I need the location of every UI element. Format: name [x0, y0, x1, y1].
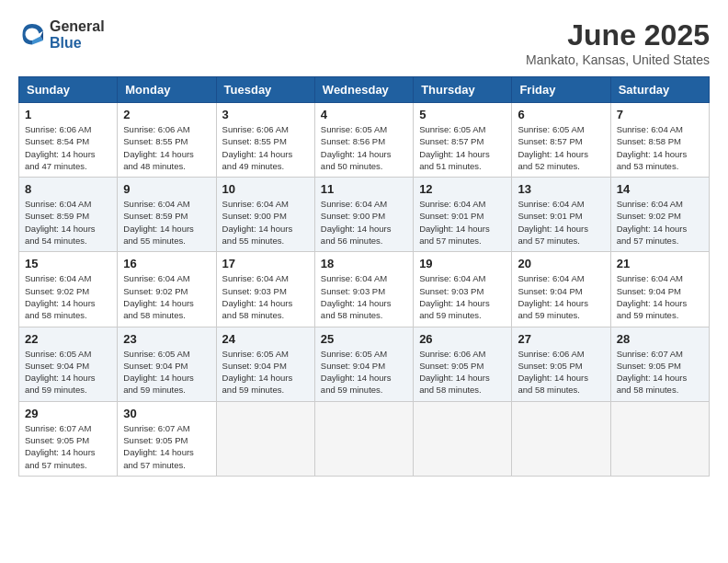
- logo: General Blue: [18, 18, 105, 51]
- table-row: 13Sunrise: 6:04 AMSunset: 9:01 PMDayligh…: [512, 178, 610, 252]
- month-title: June 2025: [526, 18, 710, 52]
- logo-text: General Blue: [50, 18, 105, 51]
- title-area: June 2025 Mankato, Kansas, United States: [526, 18, 710, 67]
- day-detail: Sunrise: 6:07 AMSunset: 9:05 PMDaylight:…: [25, 422, 111, 471]
- day-number: 7: [617, 108, 703, 121]
- day-detail: Sunrise: 6:06 AMSunset: 8:55 PMDaylight:…: [222, 123, 309, 172]
- table-row: 6Sunrise: 6:05 AMSunset: 8:57 PMDaylight…: [512, 103, 610, 178]
- day-number: 1: [25, 108, 111, 121]
- table-row: 22Sunrise: 6:05 AMSunset: 9:04 PMDayligh…: [19, 327, 118, 401]
- day-detail: Sunrise: 6:04 AMSunset: 9:01 PMDaylight:…: [419, 198, 506, 247]
- day-detail: Sunrise: 6:05 AMSunset: 8:57 PMDaylight:…: [419, 123, 506, 172]
- day-detail: Sunrise: 6:06 AMSunset: 8:55 PMDaylight:…: [123, 123, 210, 172]
- day-number: 13: [518, 182, 604, 196]
- table-row: 28Sunrise: 6:07 AMSunset: 9:05 PMDayligh…: [610, 327, 709, 401]
- table-row: 8Sunrise: 6:04 AMSunset: 8:59 PMDaylight…: [19, 178, 118, 252]
- table-row: 24Sunrise: 6:05 AMSunset: 9:04 PMDayligh…: [216, 327, 314, 401]
- day-detail: Sunrise: 6:04 AMSunset: 9:01 PMDaylight:…: [518, 198, 604, 247]
- day-detail: Sunrise: 6:04 AMSunset: 9:00 PMDaylight:…: [321, 198, 407, 247]
- day-detail: Sunrise: 6:04 AMSunset: 9:02 PMDaylight:…: [617, 198, 703, 247]
- table-row: 18Sunrise: 6:04 AMSunset: 9:03 PMDayligh…: [314, 252, 413, 327]
- table-row: 4Sunrise: 6:05 AMSunset: 8:56 PMDaylight…: [314, 103, 413, 178]
- day-number: 6: [518, 108, 604, 121]
- calendar-week-row: 29Sunrise: 6:07 AMSunset: 9:05 PMDayligh…: [19, 401, 710, 476]
- table-row: [314, 401, 413, 476]
- weekday-header-monday: Monday: [118, 77, 216, 103]
- logo-blue-text: Blue: [50, 35, 105, 52]
- table-row: 15Sunrise: 6:04 AMSunset: 9:02 PMDayligh…: [19, 252, 118, 327]
- table-row: 10Sunrise: 6:04 AMSunset: 9:00 PMDayligh…: [216, 178, 314, 252]
- day-detail: Sunrise: 6:04 AMSunset: 9:03 PMDaylight:…: [321, 272, 407, 321]
- table-row: 17Sunrise: 6:04 AMSunset: 9:03 PMDayligh…: [216, 252, 314, 327]
- day-detail: Sunrise: 6:04 AMSunset: 9:04 PMDaylight:…: [617, 272, 703, 321]
- day-detail: Sunrise: 6:07 AMSunset: 9:05 PMDaylight:…: [123, 422, 210, 471]
- day-number: 12: [419, 182, 506, 196]
- table-row: 29Sunrise: 6:07 AMSunset: 9:05 PMDayligh…: [19, 401, 118, 476]
- day-detail: Sunrise: 6:04 AMSunset: 9:03 PMDaylight:…: [419, 272, 506, 321]
- table-row: 11Sunrise: 6:04 AMSunset: 9:00 PMDayligh…: [314, 178, 413, 252]
- day-detail: Sunrise: 6:04 AMSunset: 8:59 PMDaylight:…: [123, 198, 210, 247]
- day-number: 2: [123, 108, 210, 121]
- table-row: 9Sunrise: 6:04 AMSunset: 8:59 PMDaylight…: [118, 178, 216, 252]
- day-detail: Sunrise: 6:05 AMSunset: 9:04 PMDaylight:…: [222, 348, 309, 396]
- day-number: 28: [617, 332, 703, 346]
- day-number: 29: [25, 407, 111, 420]
- table-row: [216, 401, 314, 476]
- day-number: 26: [419, 332, 506, 346]
- day-number: 19: [419, 257, 506, 270]
- weekday-header-saturday: Saturday: [610, 77, 709, 103]
- day-detail: Sunrise: 6:06 AMSunset: 9:05 PMDaylight:…: [419, 348, 506, 396]
- table-row: 21Sunrise: 6:04 AMSunset: 9:04 PMDayligh…: [610, 252, 709, 327]
- table-row: 1Sunrise: 6:06 AMSunset: 8:54 PMDaylight…: [19, 103, 118, 178]
- calendar: SundayMondayTuesdayWednesdayThursdayFrid…: [18, 76, 710, 477]
- day-detail: Sunrise: 6:04 AMSunset: 8:58 PMDaylight:…: [617, 123, 703, 172]
- table-row: 5Sunrise: 6:05 AMSunset: 8:57 PMDaylight…: [414, 103, 512, 178]
- day-number: 30: [123, 407, 210, 420]
- calendar-week-row: 8Sunrise: 6:04 AMSunset: 8:59 PMDaylight…: [19, 178, 710, 252]
- day-detail: Sunrise: 6:04 AMSunset: 9:03 PMDaylight:…: [222, 272, 309, 321]
- table-row: 25Sunrise: 6:05 AMSunset: 9:04 PMDayligh…: [314, 327, 413, 401]
- day-detail: Sunrise: 6:04 AMSunset: 9:04 PMDaylight:…: [518, 272, 604, 321]
- table-row: 2Sunrise: 6:06 AMSunset: 8:55 PMDaylight…: [118, 103, 216, 178]
- day-detail: Sunrise: 6:07 AMSunset: 9:05 PMDaylight:…: [617, 348, 703, 396]
- table-row: [414, 401, 512, 476]
- table-row: 27Sunrise: 6:06 AMSunset: 9:05 PMDayligh…: [512, 327, 610, 401]
- table-row: 26Sunrise: 6:06 AMSunset: 9:05 PMDayligh…: [414, 327, 512, 401]
- day-detail: Sunrise: 6:05 AMSunset: 9:04 PMDaylight:…: [123, 348, 210, 396]
- day-number: 5: [419, 108, 506, 121]
- table-row: 20Sunrise: 6:04 AMSunset: 9:04 PMDayligh…: [512, 252, 610, 327]
- day-number: 20: [518, 257, 604, 270]
- day-detail: Sunrise: 6:05 AMSunset: 8:57 PMDaylight:…: [518, 123, 604, 172]
- weekday-header-wednesday: Wednesday: [314, 77, 413, 103]
- table-row: 7Sunrise: 6:04 AMSunset: 8:58 PMDaylight…: [610, 103, 709, 178]
- weekday-header-tuesday: Tuesday: [216, 77, 314, 103]
- day-number: 24: [222, 332, 309, 346]
- logo-general-text: General: [50, 18, 105, 35]
- day-detail: Sunrise: 6:06 AMSunset: 9:05 PMDaylight:…: [518, 348, 604, 396]
- table-row: 16Sunrise: 6:04 AMSunset: 9:02 PMDayligh…: [118, 252, 216, 327]
- day-detail: Sunrise: 6:04 AMSunset: 9:02 PMDaylight:…: [123, 272, 210, 321]
- table-row: 12Sunrise: 6:04 AMSunset: 9:01 PMDayligh…: [414, 178, 512, 252]
- day-number: 27: [518, 332, 604, 346]
- day-number: 4: [321, 108, 407, 121]
- table-row: 23Sunrise: 6:05 AMSunset: 9:04 PMDayligh…: [118, 327, 216, 401]
- day-detail: Sunrise: 6:04 AMSunset: 8:59 PMDaylight:…: [25, 198, 111, 247]
- day-number: 9: [123, 182, 210, 196]
- day-detail: Sunrise: 6:05 AMSunset: 8:56 PMDaylight:…: [321, 123, 407, 172]
- day-number: 15: [25, 257, 111, 270]
- day-number: 11: [321, 182, 407, 196]
- day-number: 18: [321, 257, 407, 270]
- table-row: 19Sunrise: 6:04 AMSunset: 9:03 PMDayligh…: [414, 252, 512, 327]
- table-row: [512, 401, 610, 476]
- day-detail: Sunrise: 6:04 AMSunset: 9:00 PMDaylight:…: [222, 198, 309, 247]
- calendar-week-row: 22Sunrise: 6:05 AMSunset: 9:04 PMDayligh…: [19, 327, 710, 401]
- day-detail: Sunrise: 6:06 AMSunset: 8:54 PMDaylight:…: [25, 123, 111, 172]
- day-number: 16: [123, 257, 210, 270]
- table-row: [610, 401, 709, 476]
- weekday-header-thursday: Thursday: [414, 77, 512, 103]
- table-row: 3Sunrise: 6:06 AMSunset: 8:55 PMDaylight…: [216, 103, 314, 178]
- day-number: 23: [123, 332, 210, 346]
- day-number: 8: [25, 182, 111, 196]
- day-number: 21: [617, 257, 703, 270]
- day-number: 14: [617, 182, 703, 196]
